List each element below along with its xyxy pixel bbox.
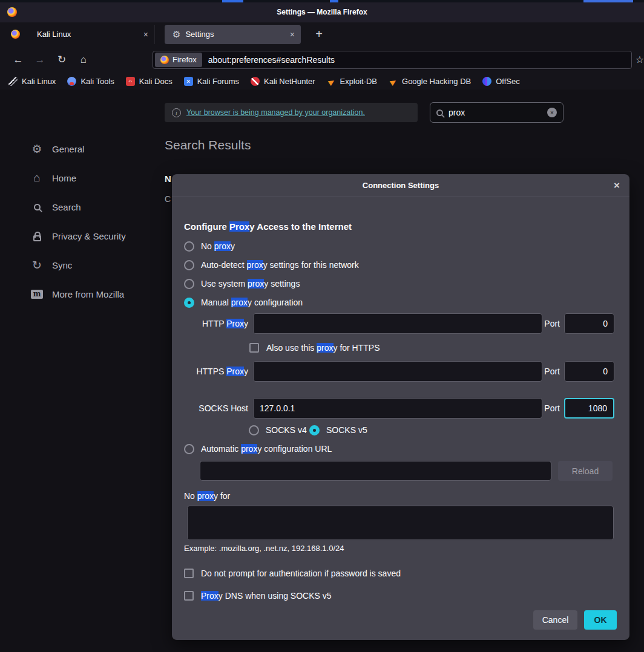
proxy-config-url-input[interactable] (200, 461, 551, 481)
socks-port-label: Port (533, 398, 560, 419)
bookmark-label: Kali NetHunter (264, 77, 315, 86)
kali-dragon-icon (8, 77, 18, 86)
radio-icon[interactable] (249, 425, 259, 435)
radio-automatic-proxy-url[interactable]: Automatic proxy configuration URL (184, 443, 332, 455)
home-icon[interactable]: ⌂ (73, 50, 94, 70)
http-proxy-input[interactable] (253, 313, 542, 334)
url-bar[interactable]: Firefox about:preferences#searchResults (153, 51, 632, 69)
sidebar-item-search[interactable]: Search (0, 192, 165, 221)
close-icon[interactable]: × (614, 174, 620, 197)
sidebar-item-label: Search (52, 202, 81, 212)
checkbox-label: Proxy DNS when using SOCKS v5 (201, 591, 332, 601)
firefox-logo-icon (7, 7, 17, 17)
checkbox-also-use-for-https[interactable]: Also use this proxy for HTTPS (249, 342, 380, 354)
managed-notice-link[interactable]: Your browser is being managed by your or… (186, 108, 365, 117)
radio-icon[interactable] (184, 444, 194, 454)
tab-kali-linux[interactable]: Kali Linux × (5, 25, 155, 44)
bookmark-kali-nethunter[interactable]: Kali NetHunter (251, 77, 315, 86)
https-proxy-input[interactable] (253, 361, 542, 382)
tab-close-icon[interactable]: × (290, 30, 295, 39)
bookmark-kali-linux[interactable]: Kali Linux (8, 77, 56, 86)
radio-icon[interactable] (184, 260, 194, 270)
no-proxy-for-textarea[interactable] (187, 506, 614, 540)
http-proxy-label: HTTP Proxy (184, 313, 248, 334)
bookmark-label: Kali Forums (197, 77, 239, 86)
search-input[interactable] (448, 108, 542, 117)
https-port-input[interactable] (564, 361, 614, 382)
lock-icon (30, 231, 44, 241)
search-icon (30, 204, 44, 210)
checkbox-proxy-dns-socks5[interactable]: Proxy DNS when using SOCKS v5 (184, 590, 332, 602)
radio-icon[interactable] (309, 425, 320, 435)
info-icon: i (172, 108, 181, 117)
reload-button[interactable]: Reload (558, 461, 613, 481)
sidebar-item-sync[interactable]: ↻ Sync (0, 250, 165, 279)
bookmark-offsec[interactable]: OffSec (482, 77, 520, 86)
checkbox-label: Do not prompt for authentication if pass… (201, 569, 401, 578)
tab-label: Kali Linux (37, 30, 71, 39)
radio-label: SOCKS v4 (266, 425, 307, 435)
container-chip[interactable]: Firefox (155, 53, 202, 67)
radio-socks-v5[interactable]: SOCKS v5 (309, 424, 367, 436)
radio-icon[interactable] (184, 279, 194, 289)
sidebar-item-general[interactable]: ⚙ General (0, 134, 165, 163)
radio-socks-v4[interactable]: SOCKS v4 (249, 424, 307, 436)
checkbox-label: Also use this proxy for HTTPS (266, 343, 380, 353)
bookmark-kali-docs[interactable]: ‹› Kali Docs (126, 77, 172, 86)
ok-button[interactable]: OK (584, 610, 617, 630)
bookmark-star-icon[interactable]: ☆ (636, 54, 644, 65)
checkbox-icon[interactable] (184, 591, 194, 601)
dialog-title: Connection Settings (363, 181, 439, 190)
sidebar-item-home[interactable]: ⌂ Home (0, 163, 165, 192)
checkbox-icon[interactable] (184, 569, 194, 578)
bookmark-label: Google Hacking DB (402, 77, 471, 86)
sidebar-item-label: Home (52, 173, 76, 183)
radio-icon[interactable] (184, 298, 194, 308)
back-icon[interactable]: ← (7, 50, 29, 70)
sidebar-item-privacy-security[interactable]: Privacy & Security (0, 221, 165, 250)
gear-icon: ⚙ (30, 142, 44, 156)
radio-no-proxy[interactable]: No proxy (184, 240, 235, 252)
sidebar-item-label: Sync (52, 260, 72, 270)
managed-browser-notice: i Your browser is being managed by your … (165, 103, 418, 122)
covered-section-heading: N (165, 174, 171, 184)
bookmark-exploit-db[interactable]: ▶ Exploit-DB (327, 77, 377, 86)
bookmark-label: Exploit-DB (340, 77, 377, 86)
connection-settings-dialog: Connection Settings × Configure Proxy Ac… (172, 174, 629, 640)
url-text[interactable]: about:preferences#searchResults (208, 55, 335, 65)
socks-host-label: SOCKS Host (184, 398, 248, 419)
sidebar-item-more-from-mozilla[interactable]: m More from Mozilla (0, 279, 165, 308)
socks-port-input[interactable] (564, 398, 614, 419)
socks-host-input[interactable] (253, 398, 542, 419)
checkbox-no-auth-prompt[interactable]: Do not prompt for authentication if pass… (184, 567, 401, 579)
tab-close-icon[interactable]: × (143, 30, 148, 39)
bookmark-label: OffSec (496, 77, 520, 86)
page-title: Search Results (165, 138, 251, 152)
radio-manual-proxy[interactable]: Manual proxy configuration (184, 296, 303, 308)
new-tab-button[interactable]: + (310, 27, 327, 41)
preferences-search-box[interactable]: × (430, 102, 564, 123)
radio-label: SOCKS v5 (326, 425, 367, 435)
settings-page: ⚙ General ⌂ Home Search Privacy & Securi… (0, 90, 644, 652)
http-port-input[interactable] (564, 313, 614, 334)
forward-icon[interactable]: → (29, 50, 51, 70)
https-proxy-label: HTTPS Proxy (184, 361, 248, 382)
http-port-label: Port (533, 313, 560, 334)
bookmark-google-hacking-db[interactable]: ▶ Google Hacking DB (389, 77, 471, 86)
cancel-button[interactable]: Cancel (533, 610, 577, 630)
no-proxy-example-text: Example: .mozilla.org, .net.nz, 192.168.… (184, 544, 344, 553)
bookmark-kali-tools[interactable]: Kali Tools (67, 77, 114, 86)
tab-settings[interactable]: ⚙ Settings × (165, 25, 301, 44)
clear-search-icon[interactable]: × (547, 108, 557, 117)
bookmark-kali-forums[interactable]: ✕ Kali Forums (184, 77, 239, 86)
bookmark-label: Kali Docs (139, 77, 172, 86)
radio-label: No proxy (201, 241, 235, 251)
radio-auto-detect-proxy[interactable]: Auto-detect proxy settings for this netw… (184, 259, 359, 271)
radio-system-proxy[interactable]: Use system proxy settings (184, 278, 300, 290)
reload-icon[interactable]: ↻ (51, 50, 73, 70)
kali-tools-icon (67, 77, 76, 86)
window-titlebar[interactable]: Settings — Mozilla Firefox (0, 2, 644, 22)
bookmark-label: Kali Linux (22, 77, 56, 86)
checkbox-icon[interactable] (249, 343, 259, 353)
radio-icon[interactable] (184, 241, 194, 252)
